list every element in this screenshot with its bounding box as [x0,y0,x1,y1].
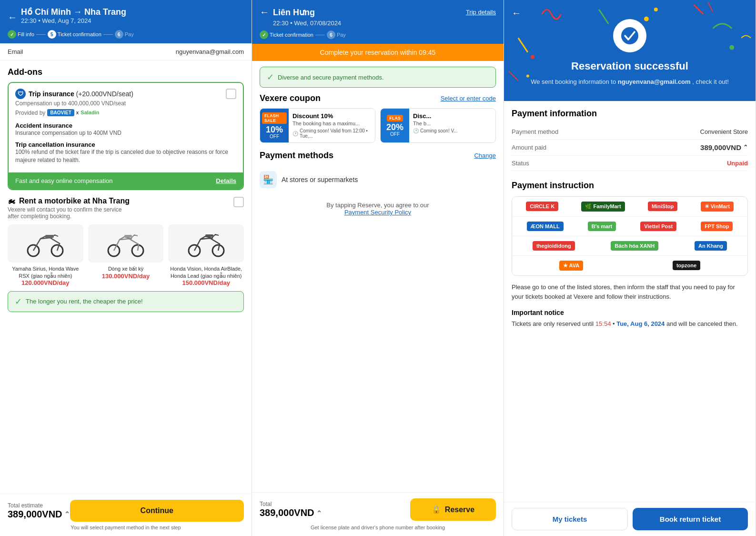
motorbike-checkbox[interactable] [233,197,244,207]
ava-badge: ★ AVA [559,261,583,271]
instruction-text: Please go to one of the listed stores, t… [512,283,748,303]
step2-ticket: ✓ Ticket confirmation [260,30,313,39]
ministop-label: MiniStop [652,203,674,209]
svg-rect-8 [205,234,213,237]
policy-text: By tapping Reserve, you agree to our Pay… [260,194,496,223]
continue-button[interactable]: Continue [70,500,244,522]
insurance-providers: Provided by BAOVIET x Saladin [15,109,226,116]
coupon-card-1[interactable]: FLASH SALE 10% OFF Discount 10% The book… [260,108,375,143]
coupon-select-link[interactable]: Select or enter code [441,95,496,102]
panel2-back-icon[interactable]: ← [260,7,269,18]
bike-image-2 [88,224,164,263]
policy-link[interactable]: Payment Security Policy [344,209,411,216]
store-logos-grid: CIRCLE K 🌿 FamilyMart MiniStop ☀ VinMart [512,196,748,276]
coupon-valid-1: 🕐 Coming soon! Valid from 12:00 • Tue,..… [292,128,371,139]
bike-price-2: 130.000VND/day [88,273,164,280]
bike-price-3: 150.000VND/day [168,279,244,286]
panel3-back-icon[interactable]: ← [512,8,521,19]
trip-details-link[interactable]: Trip details [466,9,496,16]
email-row: Email nguyenvana@gmail.com [0,43,252,61]
panel1-footer: Total estimate 389,000VND ⌃ Continue You… [0,494,252,536]
step2-ticket-circle: ✓ [260,30,268,39]
familymart-label: 🌿 FamilyMart [585,203,621,210]
p2-total-amount: 389,000VND ⌃ [260,507,322,518]
change-payment-link[interactable]: Change [474,152,496,159]
step-fill-info-circle: ✓ [8,30,16,39]
ministop-badge: MiniStop [648,202,677,211]
footer-top: Total estimate 389,000VND ⌃ Continue [8,500,244,522]
coupon-left-2: FLAS 20% OFF [381,109,409,142]
store-row-3: thegioididong Bách hóa XANH An Khang [512,236,747,256]
coupon-grid: FLASH SALE 10% OFF Discount 10% The book… [260,108,496,143]
cancellation-insurance-feature: Trip cancellation insurance 100% refund … [15,141,236,164]
time-highlight: 15:54 [595,320,611,327]
provided-by-label: Provided by [15,110,45,116]
success-description: We sent booking information to nguyenvan… [514,77,746,87]
payment-instruction-section: Payment instruction CIRCLE K 🌿 FamilyMar… [512,181,748,329]
coupon-discount-1: 10% [266,125,283,134]
footer-note: You will select payment method in the ne… [8,525,244,530]
amount-paid-label: Amount paid [512,144,546,151]
panel2-content: Vexere coupon Select or enter code FLASH… [252,93,504,492]
panel1-content: Add-ons 🛡 Trip insurance (+20.000VND/sea… [0,61,252,494]
store-icon: 🏪 [260,171,277,188]
amount-chevron-icon: ⌃ [743,144,748,151]
reserve-button[interactable]: 🔒 Reserve [410,498,496,521]
step-ticket-confirmation: 5 Ticket confirmation [48,30,101,39]
insurance-checkbox[interactable] [226,89,236,99]
insurance-card: 🛡 Trip insurance (+20.000VND/seat) Compe… [8,82,244,190]
reserve-lock-icon: 🔒 [432,505,441,514]
coupon-left-1: FLASH SALE 10% OFF [260,109,289,142]
store-row-4: ★ AVA topzone [512,256,747,275]
ankhang-badge: An Khang [695,241,727,251]
bike-svg-2 [104,229,147,258]
provider-x: x [76,110,79,115]
panel-success: ← Reservation successful We sent booking… [504,0,756,536]
circle-k-label: CIRCLE K [530,203,554,209]
bike-svg-3 [185,229,228,258]
vinmart-label: ☀ VinMart [705,203,730,210]
insurance-footer-text: Fast and easy online compensation [15,177,113,184]
insurance-footer: Fast and easy online compensation Detail… [9,172,243,189]
step-line-1 [36,34,46,35]
my-tickets-button[interactable]: My tickets [512,508,628,530]
book-return-button[interactable]: Book return ticket [633,508,748,530]
store-row-2: ÆON MALL B's mart Viettel Post FPT Shop [512,217,747,236]
insurance-desc: Compensation up to 400,000,000 VND/seat [15,100,226,107]
header-top-row: ← Liên Hưng Trip details [260,7,496,18]
step-pay: 6 Pay [115,30,134,39]
bike-item-2: Dòng xe bất kỳ 130.000VND/day [88,224,164,286]
coupon-card-2[interactable]: FLAS 20% OFF Disc... The b... 🕐 Coming s… [380,108,496,143]
coupon-right-2: Disc... The b... 🕐 Coming soon! V... [409,109,495,142]
familymart-badge: 🌿 FamilyMart [581,202,625,212]
cancellation-desc: 100% refund of the ticket fare if the tr… [15,148,236,164]
motorbike-header: 🏍 Rent a motorbike at Nha Trang Vexere w… [8,197,244,220]
insurance-details-link[interactable]: Details [216,177,236,184]
coupon-right-1: Discount 10% The booking has a maximu...… [289,109,375,142]
motorbike-desc: Vexere will contact you to confirm the s… [8,206,131,220]
insurance-price: (+20.000VND/seat) [76,90,133,98]
tgdd-badge: thegioididong [533,241,575,251]
svg-line-12 [694,5,703,14]
back-arrow-icon[interactable]: ← [8,12,17,23]
success-header: ← Reservation successful We sent booking… [504,0,756,101]
step-ticket-label: Ticket confirmation [58,31,101,37]
step-line-2 [103,34,113,35]
coupon-discount-2: 20% [386,123,403,131]
svg-point-11 [654,8,658,11]
panel2-date: 22:30 • Wed, 07/08/2024 [273,20,496,27]
step2-pay-label: Pay [337,32,346,38]
panel2-footer: Total 389,000VND ⌃ 🔒 Reserve Get license… [252,492,504,536]
promo-text: The longer you rent, the cheaper the pri… [26,298,143,305]
panel2-route: Liên Hưng [273,7,315,18]
tgdd-label: thegioididong [536,243,571,249]
topzone-badge: topzone [673,261,700,270]
shield-icon: 🛡 [15,89,26,99]
success-desc-prefix: We sent booking information to [531,78,616,85]
payment-methods-title: Payment methods [260,151,333,161]
step-pay-label: Pay [125,31,134,37]
bike-svg-1 [24,229,67,258]
bike-grid: Yamaha Sirius, Honda Wave RSX (giao ngẫu… [8,224,244,286]
panel-addons: ← Hồ Chí Minh → Nha Trang 22:30 • Wed, A… [0,0,252,536]
email-label: Email [8,48,23,55]
